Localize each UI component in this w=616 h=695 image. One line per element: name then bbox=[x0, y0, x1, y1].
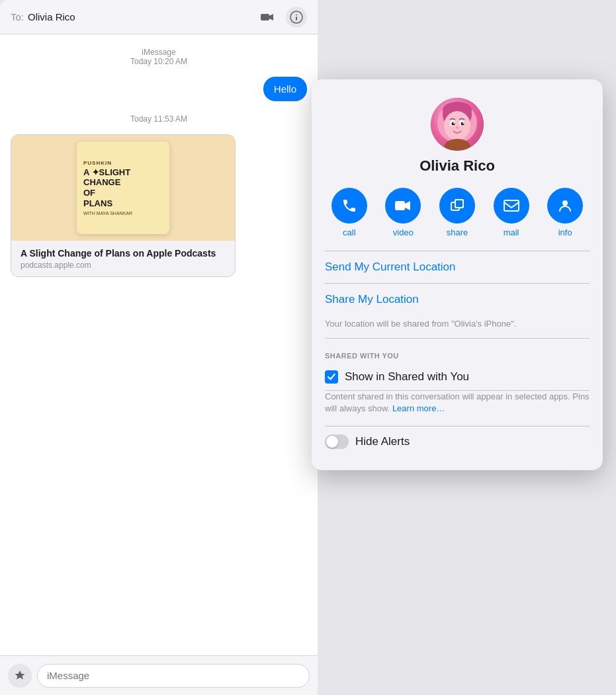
info-circle-icon bbox=[290, 11, 303, 24]
podcast-subtitle-art: WITH MAYA SHANKAR bbox=[83, 211, 132, 216]
call-action-button[interactable]: call bbox=[331, 188, 367, 237]
toggle-knob bbox=[326, 436, 338, 448]
person-icon bbox=[557, 198, 573, 214]
link-preview-info: A Slight Change of Plans on Apple Podcas… bbox=[11, 241, 235, 276]
memoji-avatar bbox=[431, 98, 484, 151]
avatar bbox=[431, 98, 484, 151]
svg-point-13 bbox=[453, 122, 455, 124]
messages-input-bar bbox=[0, 655, 318, 695]
video-icon bbox=[395, 200, 411, 212]
show-shared-label: Show in Shared with You bbox=[345, 370, 469, 384]
shared-section-label: SHARED WITH YOU bbox=[325, 352, 399, 360]
hide-alerts-row[interactable]: Hide Alerts bbox=[312, 427, 603, 457]
messages-content: iMessage Today 10:20 AM Hello Today 11:5… bbox=[0, 34, 318, 290]
timestamp-2: Today 11:53 AM bbox=[11, 114, 307, 124]
svg-rect-17 bbox=[395, 201, 405, 210]
share-label: share bbox=[447, 227, 468, 237]
share-location-text: Share My Location bbox=[325, 293, 419, 306]
svg-rect-19 bbox=[455, 200, 463, 208]
to-label: To: bbox=[11, 11, 24, 22]
svg-point-2 bbox=[296, 14, 297, 15]
svg-point-16 bbox=[444, 139, 470, 151]
bubble-text: Hello bbox=[274, 83, 296, 95]
call-icon-circle bbox=[331, 188, 367, 224]
memoji-svg bbox=[431, 98, 484, 151]
mail-icon-circle bbox=[494, 188, 529, 224]
info-label: info bbox=[558, 227, 572, 237]
show-shared-checkbox[interactable] bbox=[325, 370, 338, 384]
video-label: video bbox=[393, 227, 414, 237]
hide-alerts-toggle[interactable] bbox=[325, 434, 349, 449]
hide-alerts-label: Hide Alerts bbox=[355, 435, 410, 448]
video-icon-circle bbox=[385, 188, 421, 224]
app-store-icon bbox=[13, 669, 26, 682]
svg-point-8 bbox=[444, 111, 470, 140]
podcast-title-art: A ✦SLIGHTCHANGEOFPLANS bbox=[83, 167, 130, 208]
svg-rect-21 bbox=[504, 200, 519, 211]
messages-header-icons bbox=[257, 7, 307, 28]
share-icon-circle bbox=[439, 188, 475, 224]
mail-action-button[interactable]: mail bbox=[494, 188, 529, 237]
send-location-row[interactable]: Send My Current Location bbox=[312, 251, 603, 283]
svg-point-11 bbox=[452, 122, 455, 126]
info-icon-circle bbox=[547, 188, 583, 224]
svg-rect-0 bbox=[261, 14, 269, 20]
phone-icon bbox=[341, 198, 357, 214]
facetime-video-button[interactable] bbox=[257, 7, 278, 28]
location-subtitle: Your location will be shared from "Olivi… bbox=[312, 315, 603, 338]
show-in-shared-row[interactable]: Show in Shared with You bbox=[312, 364, 603, 390]
podcast-cover-art: PUSHKIN A ✦SLIGHTCHANGEOFPLANS WITH MAYA… bbox=[77, 142, 169, 234]
checkmark-icon bbox=[328, 374, 335, 380]
shared-desc-text: Content shared in this conversation will… bbox=[325, 391, 590, 413]
svg-point-22 bbox=[562, 200, 568, 206]
info-action-button[interactable]: info bbox=[547, 188, 583, 237]
svg-point-14 bbox=[462, 122, 464, 124]
action-buttons-row: call video share bbox=[312, 188, 603, 251]
podcast-publisher: PUSHKIN bbox=[83, 160, 112, 166]
mail-icon bbox=[504, 200, 519, 212]
share-location-row[interactable]: Share My Location bbox=[312, 284, 603, 315]
contact-info-panel: Olivia Rico call video bbox=[312, 79, 603, 470]
video-camera-icon bbox=[261, 13, 274, 22]
timestamp-1: iMessage Today 10:20 AM bbox=[11, 48, 307, 66]
link-preview-card[interactable]: PUSHKIN A ✦SLIGHTCHANGEOFPLANS WITH MAYA… bbox=[11, 134, 236, 277]
app-store-button[interactable] bbox=[8, 664, 32, 688]
svg-point-15 bbox=[456, 127, 459, 129]
messages-window: To: Olivia Rico iMessage Today 10 bbox=[0, 0, 318, 695]
call-label: call bbox=[343, 227, 356, 237]
contact-panel-header: Olivia Rico bbox=[312, 79, 603, 188]
link-preview-image: PUSHKIN A ✦SLIGHTCHANGEOFPLANS WITH MAYA… bbox=[11, 135, 235, 241]
info-button[interactable] bbox=[286, 7, 307, 28]
mail-label: mail bbox=[504, 227, 519, 237]
link-preview-url: podcasts.apple.com bbox=[21, 261, 226, 270]
svg-point-12 bbox=[461, 122, 464, 126]
message-bubble-hello: Hello bbox=[263, 77, 307, 101]
message-input[interactable] bbox=[37, 664, 310, 688]
shared-section-header: SHARED WITH YOU bbox=[312, 339, 603, 364]
link-preview-title: A Slight Change of Plans on Apple Podcas… bbox=[21, 247, 226, 259]
svg-rect-3 bbox=[296, 17, 297, 20]
shared-description: Content shared in this conversation will… bbox=[312, 391, 603, 425]
recipient-name: Olivia Rico bbox=[28, 11, 75, 22]
messages-to-field: To: Olivia Rico bbox=[11, 11, 75, 22]
video-action-button[interactable]: video bbox=[385, 188, 421, 237]
contact-name: Olivia Rico bbox=[419, 157, 495, 175]
share-icon bbox=[449, 198, 465, 214]
send-location-text: Send My Current Location bbox=[325, 261, 456, 273]
learn-more-link[interactable]: Learn more… bbox=[392, 403, 445, 413]
messages-header: To: Olivia Rico bbox=[0, 0, 318, 34]
share-action-button[interactable]: share bbox=[439, 188, 475, 237]
